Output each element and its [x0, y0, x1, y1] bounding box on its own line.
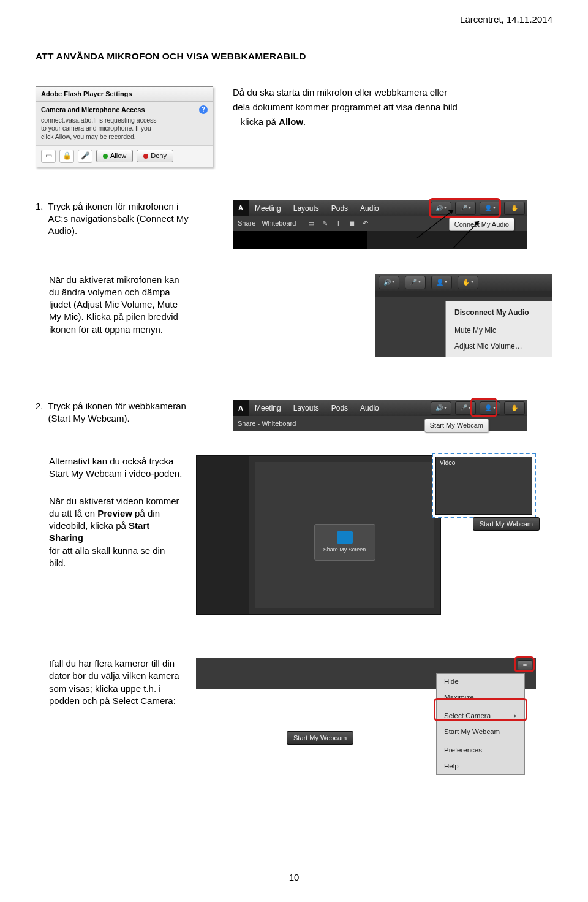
mic-text: du ändra volymen och dämpa [49, 286, 219, 298]
pod-options-menu: Hide Maximize Select Camera Start My Web… [436, 673, 525, 775]
menu-pods[interactable]: Pods [325, 400, 354, 416]
flash-body-line: connect.vasa.abo.fi is requesting access [41, 116, 208, 125]
flash-body-line: to your camera and microphone. If you [41, 124, 208, 133]
flash-title: Adobe Flash Player Settings [36, 87, 213, 102]
speaker-icon[interactable]: 🔊▾ [431, 202, 451, 215]
microphone-icon[interactable]: 🎤▾ [455, 401, 476, 415]
share-screen-box[interactable]: Share My Screen [314, 524, 375, 561]
preview-text: för att alla skall kunna se din bild. [49, 545, 183, 570]
alt-text: Start My Webcam i video-poden. [49, 468, 183, 480]
start-webcam-tooltip: Start My Webcam [424, 419, 489, 433]
alt-text: Alternativt kan du också trycka [49, 455, 183, 468]
step1-text: Audio). [48, 225, 189, 237]
speaker-icon[interactable]: 🔊▾ [379, 276, 399, 289]
raise-hand-icon[interactable]: ✋ [504, 401, 525, 415]
adobe-logo-icon: A [233, 200, 249, 216]
pointer-tool-icon[interactable]: ▭ [307, 219, 315, 228]
step-number: 2. [36, 400, 43, 425]
page-number: 10 [289, 871, 300, 884]
step1-text: Tryck på ikonen för mikrofonen i [48, 200, 189, 213]
hide-item[interactable]: Hide [437, 674, 524, 690]
start-webcam-button[interactable]: Start My Webcam [287, 731, 353, 745]
mic-text: ljudet (Adjust Mic Volume, Mute [49, 298, 219, 311]
camsel-text: dator bör du välja vilken kamera [49, 670, 183, 682]
adobe-logo-icon: A [233, 400, 249, 416]
webcam-icon[interactable]: 👤▾ [431, 276, 452, 289]
undo-tool-icon[interactable]: ↶ [361, 219, 369, 228]
menu-audio[interactable]: Audio [354, 200, 385, 216]
disconnect-audio-item[interactable]: Disconnect My Audio [446, 304, 552, 322]
preview-text: videobild, klicka på Start Sharing [49, 520, 183, 545]
mic-text: My Mic). Klicka på pilen bredvid [49, 311, 219, 323]
raise-hand-icon[interactable]: ✋▾ [458, 276, 478, 289]
mic-text: ikonen för att öppna menyn. [49, 324, 219, 336]
monitor-icon [337, 531, 353, 544]
step2-text: (Start My Webcam). [48, 412, 186, 425]
mic-dropdown-menu: Disconnect My Audio Mute My Mic Adjust M… [445, 301, 552, 358]
flash-tab-icon[interactable]: ▭ [41, 150, 56, 163]
ac-navbar-screenshot: A Meeting Layouts Pods Audio 🔊▾ 🎤▾ 👤▾ ✋ … [233, 200, 527, 249]
share-whiteboard-label: Share - Whiteboard [238, 219, 296, 228]
header-date: Lärcentret, 14.11.2014 [460, 13, 552, 26]
video-pod-screenshot: Share My Screen Video Start My Webcam [196, 455, 536, 615]
flash-subtitle: Camera and Microphone Access [41, 105, 145, 115]
menu-layouts[interactable]: Layouts [287, 400, 325, 416]
raise-hand-icon[interactable]: ✋ [504, 202, 525, 215]
help-item[interactable]: Help [437, 759, 524, 775]
pod-options-icon[interactable]: ≡ [518, 660, 532, 671]
flash-tab-icon[interactable]: 🔒 [59, 150, 74, 163]
page-title: ATT ANVÄNDA MIKROFON OCH VISA WEBBKAMERA… [36, 50, 552, 63]
preview-text: du att få en Preview på din [49, 507, 183, 520]
maximize-item[interactable]: Maximize [437, 690, 524, 706]
menu-meeting[interactable]: Meeting [249, 400, 287, 416]
camera-select-screenshot: ≡ Hide Maximize Select Camera Start My W… [196, 658, 536, 762]
webcam-icon[interactable]: 👤▾ [480, 202, 500, 215]
pencil-tool-icon[interactable]: ✎ [320, 219, 329, 228]
menu-meeting[interactable]: Meeting [249, 200, 287, 216]
step2-text: Tryck på ikonen för webbkameran [48, 400, 186, 412]
intro-line: Då du ska starta din mikrofon eller webb… [233, 86, 552, 99]
preferences-item[interactable]: Preferences [437, 743, 524, 759]
help-icon[interactable]: ? [199, 105, 208, 114]
camsel-text: som visas; klicka uppe t.h. i [49, 683, 183, 695]
allow-button[interactable]: Allow [96, 150, 133, 162]
menu-layouts[interactable]: Layouts [287, 200, 325, 216]
deny-button[interactable]: Deny [137, 150, 173, 162]
camsel-text: Ifall du har flera kameror till din [49, 658, 183, 670]
start-webcam-item[interactable]: Start My Webcam [437, 724, 524, 740]
adjust-volume-item[interactable]: Adjust Mic Volume… [446, 338, 552, 354]
flash-body-line: click Allow, you may be recorded. [41, 133, 208, 142]
step-number: 1. [36, 200, 43, 238]
menu-audio[interactable]: Audio [354, 400, 385, 416]
intro-line: dela dokument kommer programmet att visa… [233, 101, 552, 113]
speaker-icon[interactable]: 🔊▾ [431, 401, 451, 415]
menu-pods[interactable]: Pods [325, 200, 354, 216]
video-pod-title: Video [440, 459, 455, 468]
microphone-icon[interactable]: 🎤▾ [455, 202, 476, 215]
shape-tool-icon[interactable]: ◼ [347, 219, 356, 228]
select-camera-item[interactable]: Select Camera [437, 708, 524, 724]
preview-text: När du aktiverat videon kommer [49, 495, 183, 507]
connect-audio-tooltip: Connect My Audio [449, 218, 514, 232]
camsel-text: podden och på Select Camera: [49, 695, 183, 707]
start-webcam-button[interactable]: Start My Webcam [473, 517, 540, 531]
intro-line: – klicka på Allow. [233, 116, 552, 128]
share-whiteboard-label: Share - Whiteboard [238, 419, 296, 428]
ac-navbar-webcam-screenshot: A Meeting Layouts Pods Audio 🔊▾ 🎤▾ 👤▾ ✋ … [233, 400, 527, 431]
flash-tab-icon[interactable]: 🎤 [78, 150, 92, 163]
mute-mic-item[interactable]: Mute My Mic [446, 322, 552, 338]
mic-dropdown-screenshot: 🔊▾ 🎤▾ 👤▾ ✋▾ Disconnect My Audio Mute My … [375, 274, 552, 358]
step1-text: AC:s navigationsbalk (Connect My [48, 213, 189, 225]
mic-text: När du aktiverat mikrofonen kan [49, 274, 219, 286]
webcam-icon[interactable]: 👤▾ [480, 401, 500, 415]
flash-settings-dialog: Adobe Flash Player Settings Camera and M… [36, 86, 213, 167]
microphone-icon[interactable]: 🎤▾ [405, 276, 426, 289]
text-tool-icon[interactable]: T [334, 219, 342, 228]
